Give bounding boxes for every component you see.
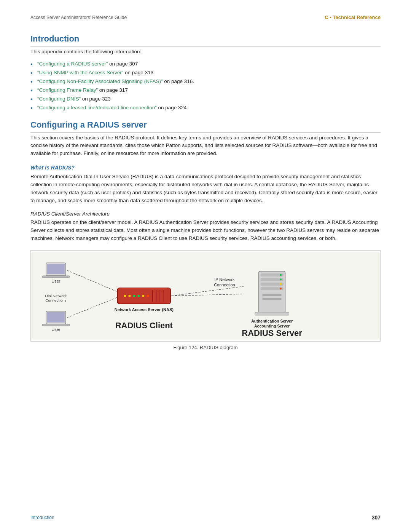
svg-point-35 (280, 274, 282, 276)
nas-device-icon (118, 288, 171, 304)
header-bullet: • (330, 14, 331, 20)
page-ref-5: on page 324 (157, 105, 187, 110)
svg-text:Accounting Server: Accounting Server (254, 324, 290, 328)
svg-text:Dial Network: Dial Network (45, 294, 67, 298)
header-guide-title: Access Server Administrators' Reference … (30, 15, 127, 20)
svg-text:RADIUS Client: RADIUS Client (115, 321, 173, 330)
svg-point-36 (280, 278, 282, 280)
svg-point-16 (133, 295, 135, 297)
page-ref-2: on page 316. (162, 78, 194, 84)
page-ref-0: on page 307 (108, 61, 138, 67)
svg-point-37 (280, 283, 282, 285)
diagram-svg: User User Dial Network Connections (31, 251, 380, 341)
link-snmp[interactable]: “Using SNMP with the Access Server” (37, 70, 123, 75)
list-item: “Configuring a leased line/dedicated lin… (30, 104, 381, 112)
header-section-text: Technical Reference (333, 14, 381, 20)
svg-rect-6 (47, 312, 65, 323)
list-item: “Configuring Frame Relay” on page 317 (30, 86, 381, 95)
link-nfas[interactable]: “Configuring Non-Facility Associated Sig… (37, 78, 162, 84)
svg-rect-2 (47, 264, 65, 274)
svg-rect-3 (42, 276, 70, 278)
svg-text:RADIUS Server: RADIUS Server (242, 328, 302, 338)
svg-text:IP Network: IP Network (214, 277, 235, 282)
svg-point-19 (147, 295, 149, 297)
list-item: “Using SNMP with the Access Server” on p… (30, 69, 381, 77)
svg-text:User: User (51, 327, 61, 332)
what-is-radius-heading: What Is RADIUS? (30, 165, 381, 171)
svg-rect-39 (263, 294, 282, 296)
client-server-text: RADIUS operates on the client/server mod… (30, 219, 381, 243)
intro-opening: This appendix contains the following inf… (30, 48, 381, 56)
link-dnis[interactable]: “Configuring DNIS” (37, 96, 81, 102)
header-appendix-letter: C (325, 14, 328, 20)
svg-rect-41 (255, 312, 289, 315)
link-radius-server[interactable]: “Configuring a RADIUS server” (37, 61, 108, 67)
footer-page-number: 307 (372, 514, 381, 521)
link-frame-relay[interactable]: “Configuring Frame Relay” (37, 87, 98, 93)
client-server-heading: RADIUS Client/Server Architecture (30, 211, 381, 217)
intro-heading: Introduction (30, 34, 381, 46)
radius-section-heading: Configuring a RADIUS server (30, 120, 381, 133)
svg-point-18 (142, 295, 144, 297)
figure-caption: Figure 124. RADIUS diagram (30, 345, 381, 350)
svg-text:Connection: Connection (214, 283, 235, 287)
svg-text:Network Access Server (NAS): Network Access Server (NAS) (115, 307, 174, 312)
radius-intro-para: This section covers the basics of the RA… (30, 134, 381, 158)
link-leased-line[interactable]: “Configuring a leased line/dedicated lin… (37, 105, 157, 110)
list-item: “Configuring DNIS” on page 323 (30, 95, 381, 104)
what-is-radius-text: Remote Authentication Dial-In User Servi… (30, 173, 381, 205)
page-ref-1: on page 313 (123, 70, 153, 75)
svg-rect-0 (31, 252, 380, 340)
radius-diagram: User User Dial Network Connections (30, 250, 381, 342)
page-ref-4: on page 323 (81, 96, 111, 102)
svg-point-15 (128, 295, 131, 297)
svg-rect-30 (259, 271, 285, 313)
auth-server-icon (255, 271, 289, 315)
page: Access Server Administrators' Reference … (0, 0, 411, 532)
main-content: Introduction This appendix contains the … (0, 23, 411, 381)
list-item: “Configuring Non-Facility Associated Sig… (30, 77, 381, 86)
page-header: Access Server Administrators' Reference … (0, 0, 411, 23)
footer-section-label: Introduction (30, 515, 54, 520)
intro-links-list: “Configuring a RADIUS server” on page 30… (30, 60, 381, 112)
page-footer: Introduction 307 (30, 514, 381, 521)
svg-point-17 (137, 295, 140, 297)
svg-point-38 (280, 288, 282, 289)
svg-rect-7 (42, 324, 70, 326)
page-ref-3: on page 317 (98, 87, 128, 93)
svg-rect-40 (263, 298, 282, 300)
svg-text:Connections: Connections (45, 298, 66, 302)
svg-text:User: User (51, 279, 61, 283)
svg-text:Authentication Server: Authentication Server (251, 319, 293, 323)
svg-point-14 (124, 295, 126, 297)
header-section-label: C • Technical Reference (325, 14, 381, 20)
list-item: “Configuring a RADIUS server” on page 30… (30, 60, 381, 69)
